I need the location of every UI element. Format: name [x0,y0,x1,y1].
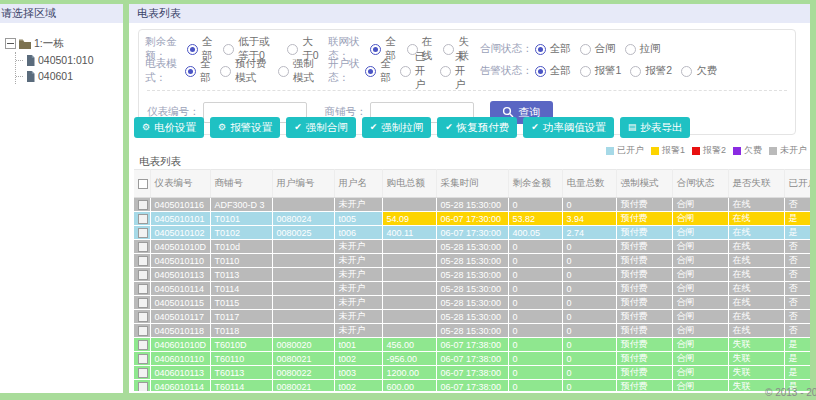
table-cell: 失联 [728,352,784,366]
table-row[interactable]: 0405010102T01020080025t006400.1106-07 17… [134,226,810,240]
table-cell [272,268,334,282]
table-cell: T0101 [210,212,272,226]
row-checkbox[interactable] [138,382,148,391]
table-row[interactable]: 0406010110T601100080021t002-956.0006-07 … [134,352,810,366]
tree-node[interactable]: 040501:010 [16,52,121,68]
radio-icon[interactable] [287,44,298,55]
table-row[interactable]: 0405010110T0110未开户05-28 15:30:0000预付费合闸在… [134,254,810,268]
radio-option[interactable]: 预付费模式 [220,57,269,85]
table-cell: 0406010110 [150,352,210,366]
row-checkbox[interactable] [138,256,148,266]
legend-swatch [733,147,741,155]
toolbar-button[interactable]: ✔功率阈值设置 [523,117,614,138]
radio-option-label: 未开户 [455,50,471,92]
table-row[interactable]: 040501010DT010d未开户05-28 15:30:0000预付费合闸在… [134,240,810,254]
table-row[interactable]: 0406010113T601130080022t0031200.0006-07 … [134,366,810,380]
table-cell: 未开户 [334,310,382,324]
toolbar-button[interactable]: ⚙电价设置 [134,117,204,138]
column-header: 是否失联 [728,170,784,198]
radio-selected-icon[interactable] [535,66,546,77]
table-row[interactable]: 0405010117T0117未开户05-28 15:30:0000预付费合闸在… [134,310,810,324]
radio-icon[interactable] [278,66,289,77]
table-row[interactable]: 0406010114T601140080021t002600.0006-07 1… [134,380,810,392]
gear-icon: ⚙ [218,123,226,132]
row-checkbox[interactable] [138,270,148,280]
row-checkbox[interactable] [138,326,148,336]
table-cell: 在线 [728,212,784,226]
table-cell: t001 [334,338,382,352]
table-cell: 06-07 17:38:00 [436,380,508,392]
table-cell: 0080025 [272,226,334,240]
radio-icon[interactable] [625,44,636,55]
table-cell: 05-28 15:30:00 [436,254,508,268]
radio-option[interactable]: 未开户 [440,50,471,92]
toolbar-button[interactable]: ✔强制拉闸 [362,117,432,138]
radio-selected-icon[interactable] [185,66,196,77]
radio-option[interactable]: 合闸 [580,42,616,56]
table-row[interactable]: 0405010101T01010080024t00554.0906-07 17:… [134,212,810,226]
radio-option[interactable]: 全部 [535,42,571,56]
radio-icon[interactable] [220,66,231,77]
table-row[interactable]: 0405010116ADF300-D 3未开户05-28 15:30:0000预… [134,198,810,212]
radio-icon[interactable] [580,66,591,77]
checkbox-cell [134,296,150,310]
row-checkbox[interactable] [138,354,148,364]
select-all-checkbox[interactable] [138,179,148,189]
radio-option[interactable]: 报警1 [580,64,622,78]
row-checkbox[interactable] [138,284,148,294]
radio-option[interactable]: 拉闸 [625,42,661,56]
toolbar-button[interactable]: ✔强制合闸 [286,117,356,138]
radio-icon[interactable] [681,66,692,77]
table-cell: t002 [334,380,382,392]
doc-icon: ▤ [628,123,637,132]
table-cell: 未开户 [334,198,382,212]
radio-icon[interactable] [400,66,411,77]
row-checkbox[interactable] [138,214,148,224]
table-cell [272,198,334,212]
filter-rows: 剩余金额：全部低于或等于0大于0联网状态：全部在线失联合闸状态：全部合闸拉闸电表… [145,38,789,82]
table-row[interactable]: 040601010DT6010D0080020t001456.0006-07 1… [134,338,810,352]
radio-option[interactable]: 已开户 [400,50,431,92]
table-cell: 否 [784,198,810,212]
row-checkbox[interactable] [138,312,148,322]
radio-selected-icon[interactable] [370,44,381,55]
checkbox-cell [134,338,150,352]
table-row[interactable]: 0405010118T0118未开户05-28 15:30:0000预付费合闸在… [134,324,810,338]
radio-icon[interactable] [407,44,418,55]
table-cell: 0 [562,296,616,310]
radio-option[interactable]: 全部 [535,64,571,78]
radio-icon[interactable] [440,66,451,77]
radio-option[interactable]: 报警2 [630,64,672,78]
table-row[interactable]: 0405010115T0115未开户05-28 15:30:0000预付费合闸在… [134,296,810,310]
row-checkbox[interactable] [138,228,148,238]
radio-option[interactable]: 全部 [365,57,391,85]
table-row[interactable]: 0405010113T0113未开户05-28 15:30:0000预付费合闸在… [134,268,810,282]
tree-root-node[interactable]: 1:一栋 [5,36,121,51]
table-cell: 预付费 [616,338,672,352]
radio-icon[interactable] [630,66,641,77]
radio-option[interactable]: 欠费 [681,64,717,78]
toolbar-button[interactable]: ✔恢复预付费 [437,117,517,138]
radio-icon[interactable] [223,44,234,55]
radio-selected-icon[interactable] [535,44,546,55]
toolbar-button[interactable]: ⚙报警设置 [210,117,280,138]
table-row[interactable]: 0405010114T0114未开户05-28 15:30:0000预付费合闸在… [134,282,810,296]
table-cell: 0 [508,296,562,310]
row-checkbox[interactable] [138,340,148,350]
tree-children: 040501:010040601 [15,52,121,84]
table-cell: -956.00 [382,352,436,366]
collapse-icon[interactable] [5,38,16,49]
radio-option[interactable]: 强制模式 [278,57,319,85]
tree-node[interactable]: 040601 [16,68,121,84]
radio-icon[interactable] [443,44,454,55]
row-checkbox[interactable] [138,298,148,308]
row-checkbox[interactable] [138,368,148,378]
row-checkbox[interactable] [138,200,148,210]
radio-selected-icon[interactable] [187,44,198,55]
toolbar-button[interactable]: ▤抄表导出 [620,117,691,138]
radio-icon[interactable] [580,44,591,55]
radio-option[interactable]: 全部 [185,57,211,85]
radio-selected-icon[interactable] [365,66,376,77]
row-checkbox[interactable] [138,242,148,252]
table-cell: 0 [508,268,562,282]
